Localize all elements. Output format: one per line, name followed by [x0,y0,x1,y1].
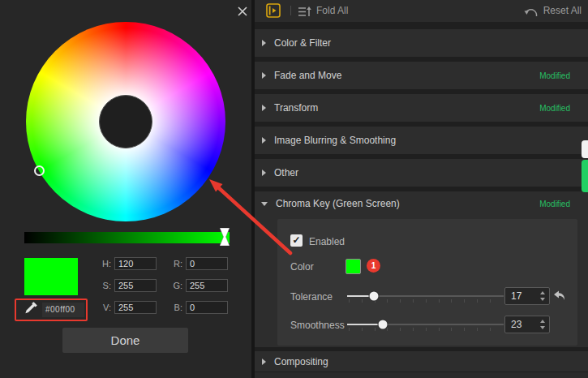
spinner-down-icon[interactable] [540,298,545,301]
fold-all-icon [298,6,311,20]
chevron-right-icon [262,137,266,144]
value-gradient-slider[interactable] [24,232,230,243]
section-label: Color & Filter [274,37,331,49]
section-transform[interactable]: Transform Modified [255,94,588,122]
smoothness-input[interactable] [505,319,536,330]
section-compositing[interactable]: Compositing [255,351,588,372]
chroma-key-header[interactable]: Chroma Key (Green Screen) Modified [255,191,588,216]
reset-all-button[interactable]: Reset All [543,0,582,22]
b-input[interactable] [186,301,228,314]
g-label: G: [168,281,182,290]
color-picker-dialog: #00ff00 H: R: S: G: V: B: Done [0,0,251,378]
modified-badge: Modified [539,104,570,113]
section-label: Fade and Move [274,70,341,81]
chevron-right-icon [262,359,266,365]
g-input[interactable] [186,279,228,292]
color-wheel-selector-ring[interactable] [34,165,45,176]
tolerance-label: Tolerance [290,291,333,303]
app-window: #00ff00 H: R: S: G: V: B: Done [0,0,588,378]
close-icon[interactable] [235,4,250,19]
edge-slider-handle[interactable] [582,140,588,158]
toolbar-separator [290,6,291,15]
section-label: Chroma Key (Green Screen) [276,198,400,209]
section-color-and-filter[interactable]: Color & Filter [255,29,588,57]
modified-badge: Modified [539,200,570,208]
spinner-down-icon[interactable] [540,326,545,329]
slider-fill [347,324,383,325]
section-image-blurring-smoothing[interactable]: Image Blurring & Smoothing [255,127,588,154]
bottom-strip [255,372,588,378]
color-wheel[interactable] [26,22,225,221]
chevron-down-icon [261,202,268,206]
color-wheel-center-hole [99,95,152,148]
reset-all-icon [524,6,538,21]
b-label: B: [168,303,182,312]
enabled-label: Enabled [309,236,345,247]
tolerance-input[interactable] [505,290,536,302]
chevron-right-icon [262,40,266,46]
animation-panel-icon[interactable] [266,3,281,21]
tolerance-slider-handle[interactable] [369,292,378,301]
fold-all-button[interactable]: Fold All [316,0,348,22]
modified-badge: Modified [539,71,570,80]
color-label: Color [290,261,314,273]
smoothness-label: Smoothness [290,320,345,331]
r-input[interactable] [186,257,228,270]
chevron-right-icon [262,105,266,111]
section-label: Compositing [274,356,328,367]
v-label: V: [97,303,111,312]
chroma-key-subpanel: ✓ Enabled Color 1 Tolerance [277,219,577,346]
current-color-swatch [24,258,78,295]
effects-toolbar: Fold All Reset All [255,0,588,22]
annotation-highlight-box [15,299,88,321]
tolerance-slider[interactable] [347,288,504,304]
s-input[interactable] [114,279,157,292]
h-label: H: [97,259,111,268]
value-slider-handle[interactable] [220,228,230,249]
done-button[interactable]: Done [62,328,188,353]
s-label: S: [97,281,111,290]
section-chroma-key: Chroma Key (Green Screen) Modified ✓ Ena… [255,191,588,347]
chevron-right-icon [262,72,266,79]
r-label: R: [168,259,182,268]
effects-panel: Fold All Reset All Color & Filter Fade a… [255,0,588,378]
annotation-step-badge: 1 [367,259,380,273]
h-input[interactable] [114,257,157,270]
chevron-right-icon [262,170,266,176]
section-label: Image Blurring & Smoothing [274,135,396,146]
section-label: Transform [274,102,318,114]
chroma-color-swatch[interactable] [346,259,361,274]
section-other[interactable]: Other [255,159,588,187]
spinner-up-icon[interactable] [540,320,545,323]
smoothness-value-box [504,316,550,333]
color-fields: H: R: S: G: V: B: [97,257,242,314]
spinner-up-icon[interactable] [540,291,545,294]
enabled-checkbox[interactable]: ✓ [290,234,303,247]
edge-slider-fill [582,160,588,192]
tolerance-reset-icon[interactable] [553,290,566,302]
tolerance-value-box [504,287,550,305]
smoothness-slider-handle[interactable] [379,320,388,329]
smoothness-slider[interactable] [347,316,504,333]
section-fade-and-move[interactable]: Fade and Move Modified [255,62,588,89]
slider-ticks [349,328,503,331]
section-label: Other [274,167,298,178]
v-input[interactable] [114,301,157,314]
